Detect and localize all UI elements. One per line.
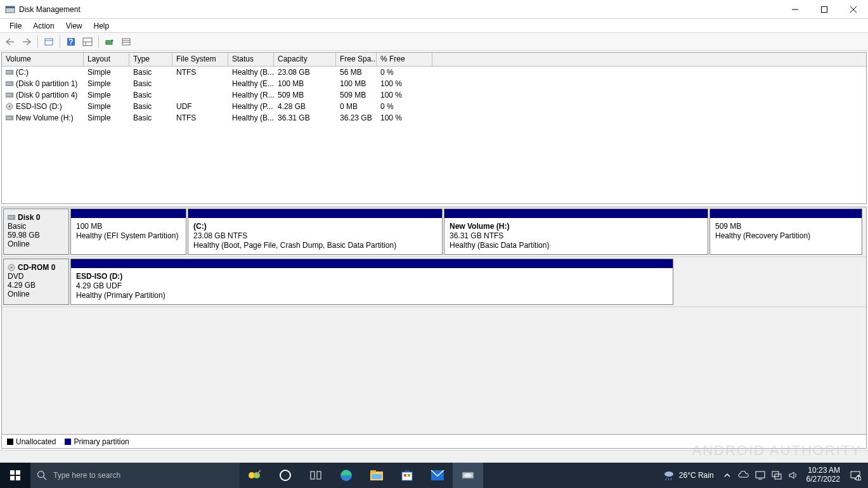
volume-pctfree: 0 % [377,67,432,77]
volume-type: Basic [129,90,172,100]
chevron-up-icon[interactable] [719,463,735,488]
onedrive-icon[interactable] [735,463,752,488]
volume-free: 0 MB [336,101,377,112]
settings-button[interactable] [119,35,134,49]
properties-button[interactable] [41,35,56,49]
col-pctfree[interactable]: % Free [377,53,432,66]
screen-icon[interactable] [752,463,768,488]
search-box[interactable]: Type here to search [30,463,240,488]
volume-name: (C:) [16,68,29,77]
back-button[interactable] [3,35,18,49]
refresh-button[interactable] [102,35,117,49]
partition-title: New Volume (H:) [450,222,703,231]
col-status[interactable]: Status [228,53,274,66]
partition-size: 509 MB [715,222,857,231]
volume-row[interactable]: ESD-ISO (D:)SimpleBasicUDFHealthy (P...4… [2,101,866,112]
col-capacity[interactable]: Capacity [274,53,336,66]
close-button[interactable] [839,0,868,19]
volume-capacity: 36.31 GB [274,113,336,123]
svg-rect-45 [372,474,382,479]
drive-icon [6,69,13,75]
volume-list-header: Volume Layout Type File System Status Ca… [2,53,866,67]
volume-row[interactable]: (Disk 0 partition 1)SimpleBasicHealthy (… [2,78,866,89]
diskmgmt-icon[interactable] [453,463,483,488]
app-icon [5,4,15,15]
disk-size: 59.98 GB [8,231,65,240]
mail-icon[interactable] [422,463,453,488]
forward-button[interactable] [19,35,34,49]
volume-status: Healthy (E... [228,79,274,89]
partition-status: Healthy (Basic Data Partition) [450,241,703,250]
volume-free: 56 MB [336,67,377,77]
toolbar: ? [0,33,868,51]
volume-fs: UDF [172,101,228,112]
volume-status: Healthy (B... [228,67,274,77]
clock-time: 10:23 AM [806,466,840,475]
start-button[interactable] [0,463,30,488]
col-freespace[interactable]: Free Spa... [336,53,377,66]
store-icon[interactable] [392,463,422,488]
clock[interactable]: 10:23 AM 6/27/2022 [801,466,845,484]
svg-rect-1 [6,6,15,8]
volume-layout: Simple [84,101,129,112]
maximize-button[interactable] [810,0,839,19]
partition-status: Healthy (Boot, Page File, Crash Dump, Ba… [193,241,437,250]
volume-list-body[interactable]: (C:)SimpleBasicNTFSHealthy (B...23.08 GB… [2,67,866,203]
volume-capacity: 100 MB [274,79,336,89]
drive-icon [6,115,13,121]
partition-color-bar [188,209,442,218]
cortana-icon[interactable] [301,463,331,488]
disk-row: CD-ROM 0DVD4.29 GBOnlineESD-ISO (D:)4.29… [2,257,866,307]
edge-icon[interactable] [331,463,361,488]
volume-free: 36.23 GB [336,113,377,123]
volume-fs: NTFS [172,67,228,77]
partition[interactable]: (C:)23.08 GB NTFSHealthy (Boot, Page Fil… [188,209,443,255]
help-button[interactable]: ? [63,35,79,49]
menu-view[interactable]: View [60,20,88,32]
disk-header[interactable]: CD-ROM 0DVD4.29 GBOnline [3,259,69,305]
weather-widget[interactable]: 26°C Rain [657,469,719,482]
volume-row[interactable]: New Volume (H:)SimpleBasicNTFSHealthy (B… [2,112,866,124]
taskview-icon[interactable] [270,463,301,488]
svg-point-39 [280,470,290,480]
toolbar-separator [37,35,38,48]
network-icon[interactable] [768,463,785,488]
menu-file[interactable]: File [4,20,27,32]
explorer-icon[interactable] [361,463,392,488]
notifications-icon[interactable]: 1 [845,463,865,488]
menu-action[interactable]: Action [27,20,60,32]
col-volume[interactable]: Volume [2,53,84,66]
menu-help[interactable]: Help [88,20,115,32]
partition-status: Healthy (EFI System Partition) [76,231,181,241]
svg-point-38 [254,472,260,478]
partition[interactable]: 509 MBHealthy (Recovery Partition) [709,209,862,255]
taskbar-right: 26°C Rain 10:23 AM 6/27/2022 1 [657,463,868,488]
partition-status: Healthy (Recovery Partition) [715,231,857,241]
weather-icon [663,469,675,482]
col-filesystem[interactable]: File System [172,53,228,66]
toolbar-separator [98,35,99,48]
partition-color-bar [444,209,708,218]
legend-primary: Primary partition [65,437,129,446]
volume-status: Healthy (P... [228,101,274,112]
minimize-button[interactable] [781,0,810,19]
partition-title: ESD-ISO (D:) [76,272,668,281]
partition[interactable]: 100 MBHealthy (EFI System Partition) [70,209,186,255]
svg-rect-6 [45,39,53,45]
disk-header[interactable]: Disk 0Basic59.98 GBOnline [3,209,69,255]
layout-button[interactable] [80,35,95,49]
svg-rect-56 [756,472,765,478]
svg-line-53 [666,478,666,480]
partition[interactable]: New Volume (H:)36.31 GB NTFSHealthy (Bas… [444,209,708,255]
volume-row[interactable]: (Disk 0 partition 4)SimpleBasicHealthy (… [2,89,866,101]
volume-icon[interactable] [785,463,801,488]
partition[interactable]: ESD-ISO (D:)4.29 GB UDFHealthy (Primary … [70,259,673,305]
volume-row[interactable]: (C:)SimpleBasicNTFSHealthy (B...23.08 GB… [2,67,866,78]
partition-status: Healthy (Primary Partition) [76,291,668,300]
col-layout[interactable]: Layout [84,53,129,66]
partition-title: (C:) [193,222,437,231]
svg-rect-46 [402,472,412,480]
col-type[interactable]: Type [129,53,172,66]
widgets-icon[interactable] [240,463,270,488]
toolbar-separator [60,35,60,48]
